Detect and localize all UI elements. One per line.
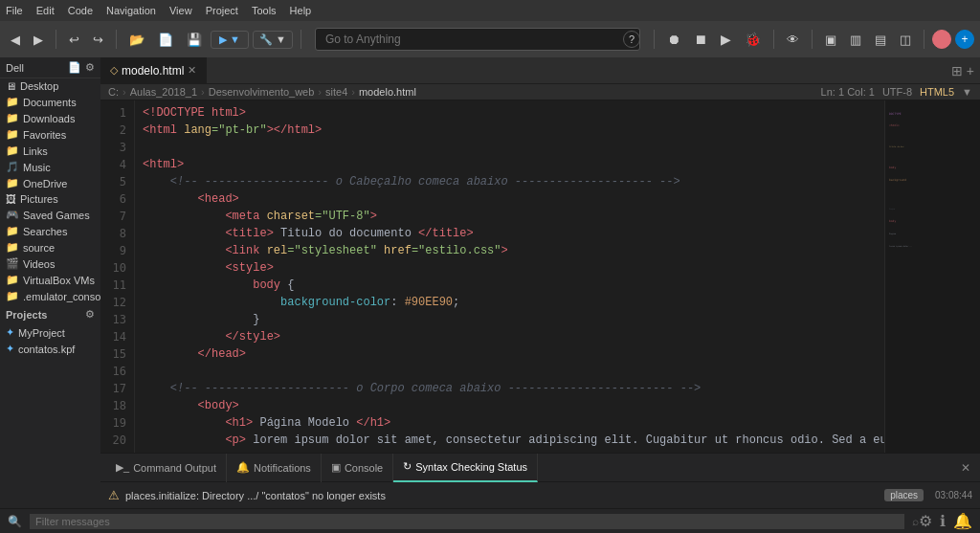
line-num: 4 <box>108 156 126 173</box>
undo-button[interactable]: ↩ <box>64 31 84 49</box>
sidebar-item-downloads[interactable]: 📁 Downloads <box>0 110 100 126</box>
preview-button[interactable]: 👁 <box>782 31 804 49</box>
syntax-checking-icon: ↻ <box>403 460 412 473</box>
code-line-11: body { <box>143 277 877 294</box>
filter-messages-box: 🔍 ⌕ <box>8 514 919 529</box>
notifications-icon-button[interactable]: 🔔 <box>953 512 972 530</box>
play-button[interactable]: ▶ <box>716 30 736 49</box>
line-num: 13 <box>108 311 126 328</box>
sidebar-item-emulator[interactable]: 📁 .emulator_consol <box>0 288 100 304</box>
tab-close-button[interactable]: ✕ <box>188 64 196 77</box>
open-folder-button[interactable]: 📂 <box>124 31 149 49</box>
tab-modelo-html[interactable]: ◇ modelo.html ✕ <box>100 57 207 84</box>
line-num: 10 <box>108 259 126 277</box>
sidebar-item-virtualbox[interactable]: 📁 VirtualBox VMs <box>0 272 100 288</box>
sidebar-item-searches[interactable]: 📁 Searches <box>0 223 100 239</box>
sidebar-project-contatos[interactable]: ✦ contatos.kpf <box>0 341 100 357</box>
menu-navigation[interactable]: Navigation <box>106 5 156 16</box>
sidebar-item-links[interactable]: 📁 Links <box>0 143 100 159</box>
editor-tabs: ◇ modelo.html ✕ ⊞ + <box>100 57 980 84</box>
menu-view[interactable]: View <box>169 5 192 16</box>
new-file-button[interactable]: 📄 <box>153 31 178 49</box>
folder-icon: 📁 <box>6 274 19 286</box>
panel-tab-command-output[interactable]: ▶_ Command Output <box>106 454 227 482</box>
projects-settings-button[interactable]: ⚙ <box>85 308 95 321</box>
folder-icon: 📁 <box>6 241 19 254</box>
settings-icon-button[interactable]: ⚙ <box>919 512 932 530</box>
sidebar-item-label: OneDrive <box>23 178 67 189</box>
run-button[interactable]: ▶ ▼ <box>211 31 249 49</box>
sidebar-item-documents[interactable]: 📁 Documents <box>0 94 100 110</box>
sidebar-item-label: Links <box>23 145 48 157</box>
forward-button[interactable]: ▶ <box>29 31 48 49</box>
sidebar-settings-button[interactable]: ⚙ <box>85 61 95 74</box>
projects-section-header: Projects ⚙ <box>0 304 100 324</box>
info-icon-button[interactable]: ℹ <box>940 512 946 530</box>
folder-icon: 📁 <box>6 144 19 157</box>
breadcrumb-file[interactable]: modelo.html <box>359 86 416 98</box>
stop-button[interactable]: ⏹ <box>689 30 712 49</box>
project-label: MyProject <box>18 327 65 339</box>
line-num: 17 <box>108 380 126 397</box>
tools-button[interactable]: 🔧 ▼ <box>253 31 293 49</box>
filter-messages-input[interactable] <box>30 514 904 529</box>
save-button[interactable]: 💾 <box>182 31 207 49</box>
sidebar-item-videos[interactable]: 🎬 Videos <box>0 255 100 272</box>
bottom-statusbar: 🔍 ⌕ ⚙ ℹ 🔔 <box>0 508 980 533</box>
layout3-button[interactable]: ▤ <box>870 31 891 49</box>
layout4-button[interactable]: ◫ <box>895 31 916 49</box>
music-icon: 🎵 <box>6 161 19 173</box>
code-line-8: <title> Titulo do documento </title> <box>143 225 877 242</box>
menu-file[interactable]: File <box>6 5 23 16</box>
menu-project[interactable]: Project <box>206 5 238 16</box>
sidebar-item-label: .emulator_consol <box>23 291 100 302</box>
sidebar-item-label: Music <box>23 162 51 173</box>
new-tab-button[interactable]: + <box>967 63 974 78</box>
sidebar-item-source[interactable]: 📁 source <box>0 239 100 255</box>
goto-anything-input[interactable] <box>315 28 640 51</box>
breadcrumb-site4[interactable]: site4 <box>325 86 347 98</box>
panel-close-button[interactable]: ✕ <box>957 461 974 475</box>
redo-button[interactable]: ↪ <box>88 31 108 49</box>
panel-tab-console[interactable]: ▣ Console <box>322 454 393 482</box>
menu-code[interactable]: Code <box>68 5 93 16</box>
syntax-info: HTML5 <box>920 86 954 98</box>
menu-edit[interactable]: Edit <box>36 5 55 16</box>
sidebar-item-label: Downloads <box>23 113 75 124</box>
editor-area: ◇ modelo.html ✕ ⊞ + C: › Aulas_2018_1 › … <box>100 57 980 508</box>
sidebar-header: Dell 📄 ⚙ <box>0 57 100 78</box>
sidebar-new-button[interactable]: 📄 <box>68 61 81 74</box>
breadcrumb-sep: › <box>351 86 355 98</box>
search-help-button[interactable]: ? <box>623 31 640 48</box>
menu-tools[interactable]: Tools <box>252 5 277 16</box>
panel-tab-syntax-checking[interactable]: ↻ Syntax Checking Status <box>393 454 538 482</box>
sidebar-item-favorites[interactable]: 📁 Favorites <box>0 126 100 143</box>
menu-help[interactable]: Help <box>290 5 312 16</box>
breadcrumb-devweb[interactable]: Desenvolvimento_web <box>209 86 315 98</box>
breadcrumb-drive[interactable]: C: <box>108 86 119 98</box>
filter-icon: 🔍 <box>8 515 22 528</box>
expand-tab-button[interactable]: ⊞ <box>951 63 963 78</box>
sidebar-project-myproject[interactable]: ✦ MyProject <box>0 324 100 341</box>
back-button[interactable]: ◀ <box>6 31 25 49</box>
record-button[interactable]: ⏺ <box>662 30 685 49</box>
breadcrumb-aulas[interactable]: Aulas_2018_1 <box>130 86 197 98</box>
sidebar-item-onedrive[interactable]: 📁 OneDrive <box>0 175 100 191</box>
search-container <box>315 28 640 51</box>
syntax-dropdown[interactable]: ▼ <box>962 86 972 98</box>
circle-btn-2[interactable]: + <box>955 30 974 49</box>
layout2-button[interactable]: ▥ <box>845 31 866 49</box>
folder-icon: 📁 <box>6 177 19 189</box>
sidebar-item-pictures[interactable]: 🖼 Pictures <box>0 191 100 207</box>
panel-tab-notifications[interactable]: 🔔 Notifications <box>227 454 322 482</box>
stop-circle-button[interactable] <box>932 30 951 49</box>
sidebar-item-label: source <box>23 242 55 254</box>
debug-button[interactable]: 🐞 <box>740 30 766 49</box>
main-content: Dell 📄 ⚙ 🖥 Desktop 📁 Documents 📁 Downloa… <box>0 57 980 508</box>
breadcrumb-sep: › <box>122 86 126 98</box>
sidebar-item-music[interactable]: 🎵 Music <box>0 159 100 175</box>
sidebar-item-desktop[interactable]: 🖥 Desktop <box>0 78 100 94</box>
sidebar-item-saved-games[interactable]: 🎮 Saved Games <box>0 207 100 223</box>
code-editor[interactable]: <!DOCTYPE html> <html lang="pt-br"></htm… <box>135 100 884 453</box>
layout1-button[interactable]: ▣ <box>820 31 841 49</box>
